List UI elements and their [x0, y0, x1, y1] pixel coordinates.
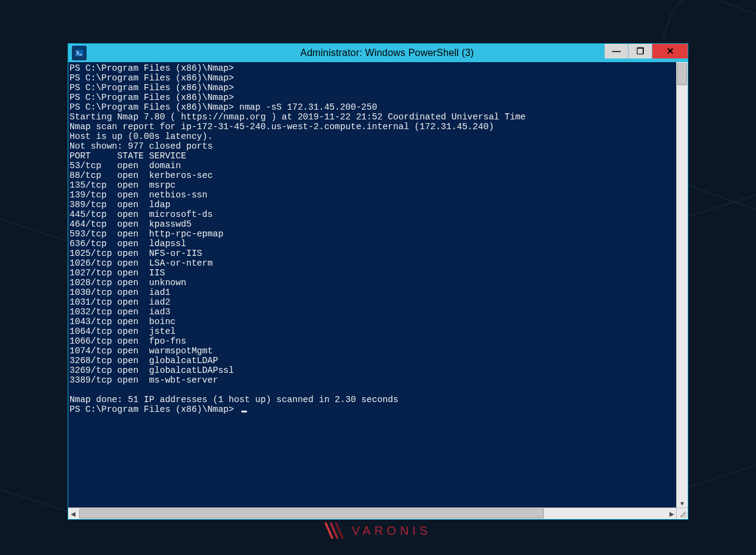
brand-logo-icon	[325, 522, 346, 539]
terminal-output[interactable]: PS C:\Program Files (x86)\Nmap> PS C:\Pr…	[68, 62, 688, 519]
minimize-button[interactable]: —	[604, 44, 628, 58]
powershell-window: Administrator: Windows PowerShell (3) — …	[68, 44, 688, 519]
titlebar[interactable]: Administrator: Windows PowerShell (3) — …	[68, 44, 688, 62]
horizontal-scrollbar[interactable]: ◀ ▶	[68, 507, 688, 519]
window-title: Administrator: Windows PowerShell (3)	[87, 48, 688, 58]
maximize-icon: ❐	[637, 46, 644, 56]
cursor	[241, 411, 247, 412]
resize-grip-icon[interactable]	[676, 508, 688, 519]
minimize-icon: —	[612, 46, 621, 56]
svg-rect-0	[76, 50, 84, 57]
horizontal-scroll-thumb[interactable]	[79, 509, 544, 518]
brand-watermark: VARONIS	[325, 522, 432, 539]
close-button[interactable]: ✕	[652, 44, 688, 58]
maximize-button[interactable]: ❐	[628, 44, 652, 58]
scroll-down-arrow-icon[interactable]: ▼	[677, 498, 688, 508]
brand-text: VARONIS	[352, 524, 432, 538]
client-area: PS C:\Program Files (x86)\Nmap> PS C:\Pr…	[68, 62, 688, 519]
vertical-scrollbar[interactable]: ▲ ▼	[676, 62, 688, 508]
vertical-scroll-thumb[interactable]	[677, 63, 687, 85]
scroll-right-arrow-icon[interactable]: ▶	[667, 508, 677, 519]
close-icon: ✕	[666, 46, 674, 57]
powershell-icon	[72, 46, 87, 60]
window-buttons: — ❐ ✕	[604, 44, 688, 58]
scroll-left-arrow-icon[interactable]: ◀	[68, 508, 78, 519]
